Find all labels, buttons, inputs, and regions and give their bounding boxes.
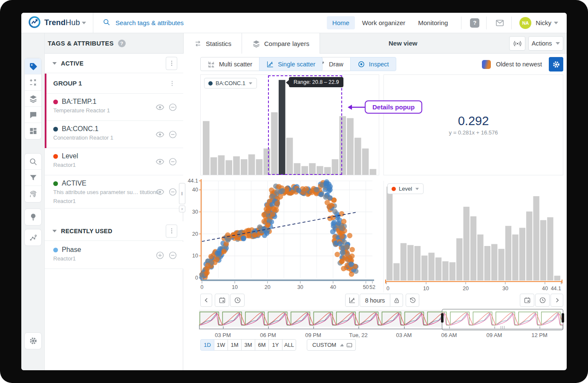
tag-name: Level: [62, 152, 78, 160]
tag-item-active[interactable]: ACTIVEThis attribute uses parameter su… …: [45, 175, 183, 209]
fit-screen-button[interactable]: [343, 339, 356, 351]
rail-item-dashboards[interactable]: [25, 123, 41, 139]
nav-link-home[interactable]: Home: [327, 16, 355, 29]
nav-link-work-organizer[interactable]: Work organizer: [357, 16, 411, 29]
eye-icon: [156, 103, 164, 111]
remove-tag-button[interactable]: [168, 130, 177, 139]
tag-item-ba-conc-1[interactable]: BA:CONC.1Concentration Reactor 1: [45, 121, 183, 148]
preset-all-button[interactable]: ALL: [282, 339, 296, 351]
settings-button[interactable]: [24, 332, 42, 349]
single-scatter-button[interactable]: Single scatter: [259, 57, 323, 71]
add-tag-button[interactable]: [156, 251, 164, 260]
live-broadcast-button[interactable]: [509, 36, 525, 51]
rail-item-compare-layers[interactable]: [25, 91, 41, 107]
panel-collapse-button[interactable]: ×: [179, 206, 185, 212]
rail-group: [24, 58, 42, 140]
series-color-dot: [392, 187, 396, 191]
collapse-caret-icon[interactable]: [52, 230, 57, 232]
active-section-header: ACTIVE: [45, 54, 183, 73]
user-avatar[interactable]: NA: [519, 17, 531, 29]
help-circle-icon[interactable]: ?: [118, 40, 126, 47]
search-input[interactable]: [115, 19, 294, 27]
visibility-toggle[interactable]: [156, 187, 164, 196]
visibility-toggle[interactable]: [156, 157, 164, 166]
timeline-selection-window[interactable]: [442, 309, 563, 330]
app-logo[interactable]: TrendHub: [21, 16, 82, 30]
remove-tag-button[interactable]: [168, 103, 177, 111]
user-menu-caret-icon[interactable]: [554, 22, 558, 24]
start-time-button[interactable]: [230, 294, 245, 307]
start-date-button[interactable]: [215, 294, 229, 307]
group-menu-button[interactable]: [169, 80, 176, 87]
tab-label: Statistics: [206, 40, 231, 47]
preset-1y-button[interactable]: 1Y: [268, 339, 282, 351]
global-search[interactable]: [93, 18, 327, 28]
user-name[interactable]: Nicky: [536, 19, 551, 26]
step-forward-button[interactable]: [551, 294, 563, 307]
rail-item-tags[interactable]: [25, 58, 41, 74]
gear-icon: [29, 337, 37, 345]
calendar-icon: [219, 297, 226, 304]
divider: [511, 17, 512, 29]
selection-drag-grip[interactable]: [501, 326, 505, 329]
clock-icon: [539, 297, 546, 304]
rail-item-formulas[interactable]: [25, 74, 41, 91]
remove-tag-button[interactable]: [168, 157, 177, 166]
history-button[interactable]: [406, 294, 419, 307]
tag-item-level[interactable]: LevelReactor1: [45, 148, 183, 175]
tab-compare-layers[interactable]: Compare layers: [242, 33, 320, 54]
lock-duration-button[interactable]: [390, 294, 403, 307]
remove-tag-button[interactable]: [168, 187, 177, 196]
tag-item-phase[interactable]: PhaseReactor1: [45, 242, 183, 269]
tag-name: BA:TEMP.1: [62, 98, 97, 106]
preset-3m-button[interactable]: 3M: [241, 339, 255, 351]
preset-1w-button[interactable]: 1W: [214, 339, 228, 351]
duration-button[interactable]: 8 hours: [360, 294, 390, 307]
kebab-icon: [168, 60, 175, 67]
panel-resize-handle[interactable]: ‖: [179, 183, 185, 204]
preset-1m-button[interactable]: 1M: [228, 339, 242, 351]
visibility-toggle[interactable]: [156, 103, 164, 111]
rail-item-fingerprints[interactable]: [25, 186, 41, 202]
end-time-button[interactable]: [535, 294, 550, 307]
rail-item-search[interactable]: [25, 154, 41, 170]
section-title-text: RECENTLY USED: [61, 228, 112, 234]
tag-item-ba-temp-1[interactable]: BA:TEMP.1Temperature Reactor 1: [45, 94, 183, 121]
group-label: GROUP 1: [45, 73, 183, 93]
inspect-button[interactable]: Inspect: [350, 57, 396, 71]
logo-caret-icon[interactable]: [82, 22, 86, 24]
section-menu-button[interactable]: [166, 224, 177, 237]
comment-icon: [29, 111, 37, 119]
svg-text:50: 50: [363, 284, 369, 290]
svg-text:52: 52: [369, 284, 375, 290]
rail-item-annotations[interactable]: [25, 107, 41, 123]
rail-item-recommendations[interactable]: [25, 209, 41, 225]
conc-series-selector[interactable]: BA:CONC.1: [204, 78, 257, 89]
scatter-chart[interactable]: 01020304044.10102030405052: [185, 177, 380, 292]
actions-button[interactable]: Actions: [528, 36, 563, 51]
selection-left-handle[interactable]: [441, 313, 444, 323]
help-icon[interactable]: ?: [470, 18, 479, 28]
section-title: ACTIVE: [45, 54, 183, 73]
single-scatter-icon: [349, 297, 356, 304]
end-date-button[interactable]: [520, 294, 534, 307]
remove-tag-button[interactable]: [168, 251, 177, 260]
tab-statistics[interactable]: Statistics: [183, 33, 242, 54]
rail-item-context-connections[interactable]: [25, 229, 41, 246]
multi-scatter-button[interactable]: Multi scatter: [200, 57, 259, 71]
collapse-caret-icon[interactable]: [52, 62, 57, 65]
visibility-toggle[interactable]: [156, 130, 164, 139]
mail-icon[interactable]: [495, 18, 504, 28]
chart-settings-button[interactable]: [549, 57, 563, 71]
selection-right-handle[interactable]: [562, 313, 564, 323]
section-menu-button[interactable]: [166, 57, 177, 70]
scatter-time-button[interactable]: [345, 294, 359, 307]
preset-1d-button[interactable]: 1D: [200, 339, 214, 351]
preset-6m-button[interactable]: 6M: [255, 339, 269, 351]
sort-control[interactable]: Oldest to newest: [482, 57, 563, 71]
level-series-selector[interactable]: Level: [387, 183, 424, 194]
nav-link-monitoring[interactable]: Monitoring: [412, 16, 453, 29]
group-row[interactable]: GROUP 1: [45, 73, 183, 94]
rail-item-filters[interactable]: [25, 170, 41, 186]
step-back-button[interactable]: [200, 294, 212, 307]
